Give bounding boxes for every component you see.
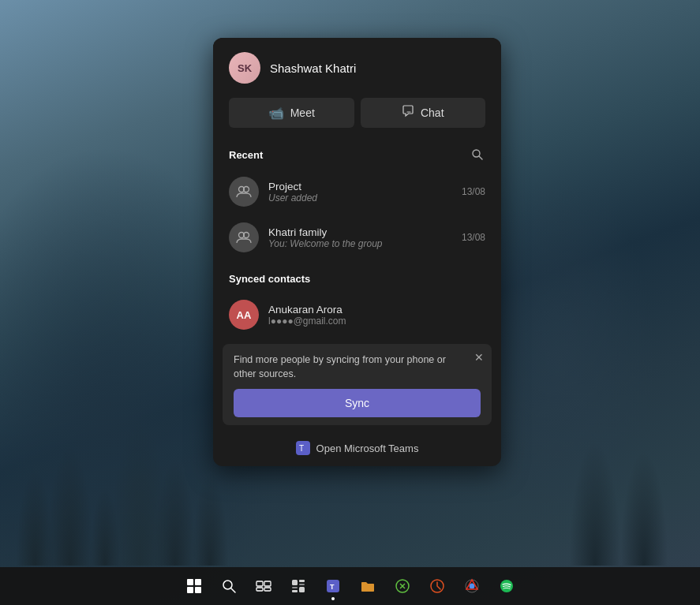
taskbar-widgets[interactable]: [283, 570, 314, 602]
khatri-family-name: Khatri family: [268, 226, 452, 238]
taskbar-task-view[interactable]: [248, 570, 279, 602]
taskbar-chrome[interactable]: [456, 570, 488, 602]
action-buttons-row: 📹 Meet Chat: [213, 95, 501, 140]
svg-text:T: T: [299, 444, 304, 453]
svg-rect-11: [264, 581, 271, 586]
synced-contacts-header: Synced contacts: [213, 260, 501, 292]
taskbar-xbox[interactable]: [387, 570, 418, 602]
project-avatar: [229, 177, 259, 207]
open-teams-label: Open Microsoft Teams: [316, 443, 419, 454]
taskbar-teams[interactable]: T: [317, 570, 349, 602]
svg-line-9: [231, 588, 235, 592]
taskbar-windows-start[interactable]: [178, 570, 210, 602]
chat-button[interactable]: Chat: [361, 98, 486, 128]
khatri-family-avatar: [229, 222, 259, 252]
taskbar: T: [0, 567, 700, 605]
project-name: Project: [268, 181, 452, 192]
sync-button[interactable]: Sync: [234, 389, 481, 417]
taskbar-search[interactable]: [213, 570, 245, 602]
anukaran-name: Anukaran Arora: [268, 304, 485, 316]
search-recent-button[interactable]: [470, 147, 485, 162]
khatri-family-info: Khatri family You: Welcome to the group: [268, 226, 452, 249]
notification-bar: ✕ Find more people by syncing from your …: [223, 344, 492, 425]
svg-rect-18: [292, 590, 298, 592]
project-time: 13/08: [462, 186, 485, 197]
user-name: Shashwat Khatri: [270, 62, 356, 75]
recent-section-header: Recent: [213, 140, 501, 169]
svg-rect-10: [256, 581, 263, 586]
video-icon: 📹: [268, 106, 284, 121]
svg-rect-19: [299, 587, 305, 592]
svg-rect-15: [299, 580, 305, 582]
taskbar-task-manager[interactable]: [421, 570, 453, 602]
conversation-project[interactable]: Project User added 13/08: [213, 169, 501, 215]
notif-text: Find more people by syncing from your ph…: [234, 353, 481, 381]
chat-icon: [402, 105, 414, 121]
khatri-family-preview: You: Welcome to the group: [268, 238, 452, 249]
synced-contacts-label: Synced contacts: [229, 273, 310, 285]
anukaran-email: l●●●●@gmail.com: [268, 316, 485, 327]
notif-close-button[interactable]: ✕: [474, 352, 484, 363]
panel-header: SK Shashwat Khatri: [213, 38, 501, 95]
teams-popup-panel: SK Shashwat Khatri 📹 Meet Chat Recent: [213, 38, 501, 466]
svg-rect-12: [256, 588, 263, 591]
khatri-family-time: 13/08: [462, 232, 485, 243]
anukaran-info: Anukaran Arora l●●●●@gmail.com: [268, 304, 485, 327]
taskbar-file-explorer[interactable]: [352, 570, 384, 602]
svg-rect-17: [292, 587, 298, 588]
taskbar-spotify[interactable]: [491, 570, 522, 602]
contact-anukaran[interactable]: AA Anukaran Arora l●●●●@gmail.com: [213, 292, 501, 338]
project-preview: User added: [268, 192, 452, 204]
svg-rect-14: [292, 580, 298, 585]
svg-text:T: T: [330, 583, 335, 591]
open-teams-footer[interactable]: T Open Microsoft Teams: [213, 430, 501, 466]
project-info: Project User added: [268, 181, 452, 204]
meet-button[interactable]: 📹 Meet: [229, 98, 354, 128]
user-avatar: SK: [229, 52, 260, 84]
conversation-khatri-family[interactable]: Khatri family You: Welcome to the group …: [213, 215, 501, 260]
teams-icon: T: [296, 441, 310, 455]
anukaran-avatar: AA: [229, 300, 259, 330]
svg-point-8: [223, 581, 232, 589]
svg-rect-13: [264, 588, 271, 591]
recent-label: Recent: [229, 149, 263, 161]
svg-line-1: [479, 156, 482, 159]
svg-rect-16: [299, 584, 305, 585]
